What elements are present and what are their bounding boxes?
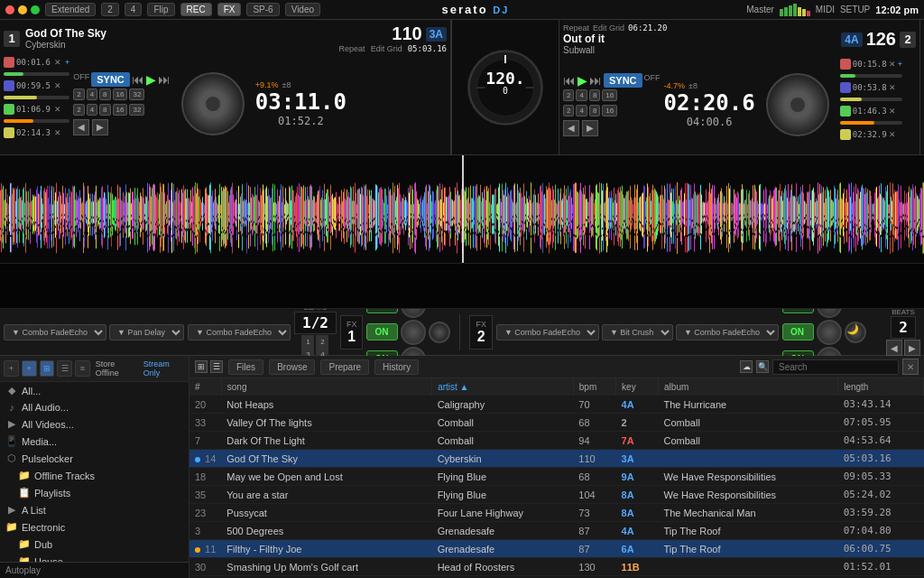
- loop-fwd[interactable]: ▶: [92, 119, 108, 135]
- lib-icon-2[interactable]: ☰: [210, 360, 223, 373]
- extended-btn[interactable]: Extended: [45, 3, 96, 16]
- deck-1-sync[interactable]: SYNC: [91, 72, 130, 87]
- fx-on-2[interactable]: ON: [366, 323, 398, 340]
- track-song: Dark Of The Light: [221, 432, 431, 450]
- deck-2-sync: ⏮ ▶ ⏭ SYNC OFF 2 4 8 16 2 4 8 16: [563, 58, 661, 151]
- mini-waveform[interactable]: [0, 264, 924, 309]
- table-row[interactable]: 33 Valley Of The lights Comball 68 2 Com…: [189, 414, 924, 432]
- beats-1-btn[interactable]: 1: [301, 335, 314, 348]
- beats2-back[interactable]: ◀: [886, 340, 902, 356]
- table-row[interactable]: 14 God Of The Sky Cyberskin 110 3A 05:03…: [189, 450, 924, 468]
- num-btn-4[interactable]: 4: [125, 3, 143, 16]
- hotcue-d2-1[interactable]: [840, 59, 851, 70]
- track-length: 01:52.01: [838, 558, 924, 576]
- lib-icon-1[interactable]: ⊞: [195, 360, 208, 373]
- fx-select-4[interactable]: ▼ Combo FadeEcho: [496, 324, 599, 340]
- loop-back[interactable]: ◀: [73, 119, 89, 135]
- deck2-back[interactable]: ◀: [563, 120, 579, 136]
- flip-btn[interactable]: Flip: [147, 3, 174, 16]
- beats-2-btn[interactable]: 2: [316, 335, 328, 348]
- num-btn-2[interactable]: 2: [101, 3, 119, 16]
- files-btn[interactable]: Files: [228, 359, 263, 375]
- sp6-btn[interactable]: SP-6: [246, 3, 279, 16]
- fx-on-r2[interactable]: ON: [782, 323, 814, 340]
- table-row[interactable]: 20 Not Heaps Caligraphy 70 4A The Hurric…: [189, 396, 924, 414]
- deck2-fwd[interactable]: ▶: [582, 120, 598, 136]
- track-length: 04:53.64: [838, 432, 924, 450]
- hotcue-d2-2[interactable]: [840, 82, 851, 93]
- track-bpm: 104: [573, 486, 615, 504]
- sidebar-item-videos[interactable]: ▶ All Videos...: [0, 415, 189, 433]
- sidebar-item-dub[interactable]: 📁 Dub: [0, 536, 189, 553]
- beats2-fwd[interactable]: ▶: [904, 340, 920, 356]
- hotcue-4[interactable]: [4, 127, 14, 138]
- table-row[interactable]: 7 Dark Of The Light Comball 94 7A Combal…: [189, 432, 924, 450]
- maximize-btn[interactable]: [31, 5, 40, 14]
- fx-select-5[interactable]: ▼ Bit Crush: [602, 324, 673, 340]
- col-length[interactable]: length: [838, 378, 924, 396]
- browse-btn[interactable]: Browse: [269, 359, 315, 375]
- sidebar-item-audio[interactable]: ♪ All Audio...: [0, 399, 189, 415]
- deck-2-sync[interactable]: SYNC: [604, 73, 642, 88]
- waveform-area[interactable]: [0, 155, 924, 264]
- close-btn[interactable]: [5, 5, 14, 14]
- track-bpm: 87: [573, 522, 615, 540]
- track-num: 18: [189, 468, 221, 486]
- prepare-btn[interactable]: Prepare: [320, 359, 369, 375]
- fx-knob-r2[interactable]: [817, 320, 842, 345]
- table-row[interactable]: 11 Filthy - Filthy Joe Grenadesafe 87 6A…: [189, 540, 924, 558]
- table-row[interactable]: 3 500 Degrees Grenadesafe 87 4A Tip The …: [189, 522, 924, 540]
- history-btn[interactable]: History: [374, 359, 419, 375]
- table-row[interactable]: 30 Smashing Up Mom's Golf cart Head of R…: [189, 558, 924, 576]
- store-offline[interactable]: Store Offline: [96, 359, 137, 378]
- stream-only[interactable]: Stream Only: [143, 359, 185, 378]
- list2-btn[interactable]: ≡: [75, 360, 90, 377]
- add-btn[interactable]: +: [4, 360, 19, 377]
- moon-knob-2[interactable]: 🌙: [845, 322, 866, 343]
- deck-1-vinyl[interactable]: [181, 72, 245, 135]
- deck-2-vinyl[interactable]: [766, 73, 829, 136]
- sidebar-item-pulselocker[interactable]: ⬡ Pulselocker: [0, 450, 189, 467]
- hotcue-3[interactable]: [4, 104, 14, 115]
- col-num[interactable]: #: [189, 378, 221, 396]
- table-row[interactable]: 23 Pussycat Four Lane Highway 73 8A The …: [189, 504, 924, 522]
- sidebar-item-all[interactable]: ◆ All...: [0, 382, 189, 399]
- moon-knob[interactable]: [429, 322, 450, 343]
- minimize-btn[interactable]: [18, 5, 27, 14]
- col-album[interactable]: album: [659, 378, 838, 396]
- plus-btn[interactable]: +: [22, 360, 37, 377]
- search-close[interactable]: ✕: [902, 359, 919, 375]
- video-btn[interactable]: Video: [285, 3, 320, 16]
- col-key[interactable]: key: [616, 378, 659, 396]
- fx-btn[interactable]: FX: [217, 3, 242, 16]
- track-song: God Of The Sky: [221, 450, 431, 468]
- search-icon[interactable]: 🔍: [756, 360, 769, 373]
- fx-select-1[interactable]: ▼ Combo FadeEcho: [4, 324, 106, 340]
- hotcue-d2-3[interactable]: [840, 106, 851, 117]
- deck-1-title: God Of The Sky: [25, 27, 106, 40]
- rec-btn[interactable]: REC: [180, 3, 212, 16]
- cloud-icon[interactable]: ☁: [740, 360, 753, 373]
- hotcue-1[interactable]: [4, 57, 14, 68]
- fx-select-3[interactable]: ▼ Combo FadeEcho: [188, 324, 291, 340]
- sidebar-item-playlists[interactable]: 📋 Playlists: [0, 484, 189, 501]
- hotcue-2[interactable]: [4, 80, 14, 91]
- grid-btn[interactable]: ⊞: [40, 360, 55, 377]
- table-row[interactable]: 18 May we be Open and Lost Flying Blue 6…: [189, 468, 924, 486]
- sidebar-item-offline[interactable]: 📁 Offline Tracks: [0, 467, 189, 484]
- col-bpm[interactable]: bpm: [573, 378, 615, 396]
- autoplay-bar[interactable]: Autoplay: [0, 562, 189, 578]
- fx-knob-2[interactable]: [401, 320, 426, 345]
- search-input[interactable]: [772, 359, 899, 375]
- fx-select-6[interactable]: ▼ Combo FadeEcho: [676, 324, 779, 340]
- sidebar-item-electronic[interactable]: 📁 Electronic: [0, 518, 189, 536]
- fx-select-2[interactable]: ▼ Pan Delay: [109, 324, 184, 340]
- hotcue-d2-4[interactable]: [840, 129, 851, 140]
- col-artist[interactable]: artist ▲: [432, 378, 574, 396]
- sidebar-item-alist[interactable]: ▶ A List: [0, 501, 189, 518]
- track-length: 05:24.02: [838, 486, 924, 504]
- table-row[interactable]: 35 You are a star Flying Blue 104 8A We …: [189, 486, 924, 504]
- list-btn[interactable]: ☰: [57, 360, 72, 377]
- col-song[interactable]: song: [221, 378, 431, 396]
- sidebar-item-media[interactable]: 📱 Media...: [0, 433, 189, 450]
